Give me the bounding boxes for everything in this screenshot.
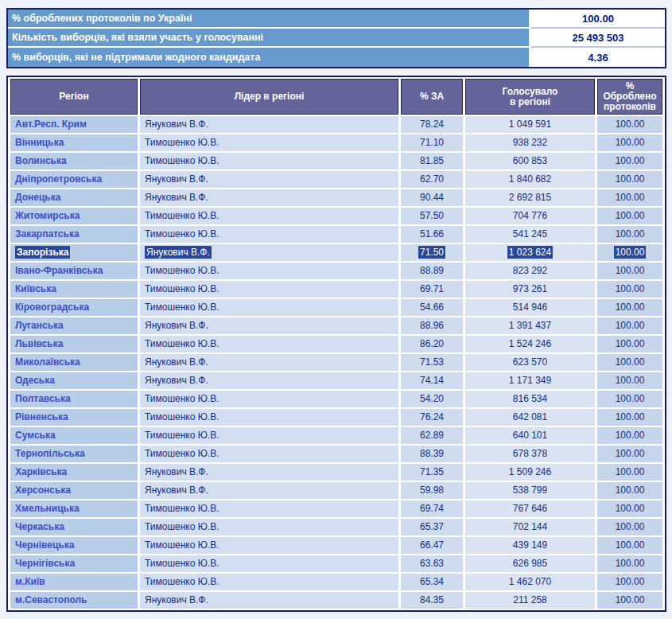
table-row[interactable]: ХерсонськаЯнукович В.Ф.59.98538 799100.0… <box>10 482 662 499</box>
table-row[interactable]: ЛуганськаЯнукович В.Ф.88.961 391 437100.… <box>10 317 662 334</box>
pct-za-cell: 71.50 <box>401 244 463 261</box>
leader-cell: Янукович В.Ф. <box>140 189 398 206</box>
votes-cell: 973 261 <box>465 281 595 298</box>
processed-cell: 100.00 <box>597 116 662 133</box>
votes-cell: 767 646 <box>465 500 595 517</box>
processed-cell: 100.00 <box>597 263 662 279</box>
selected-text: 71.50 <box>418 246 445 259</box>
votes-cell: 1 840 682 <box>465 171 595 188</box>
votes-cell: 938 232 <box>465 134 595 151</box>
processed-cell: 100.00 <box>597 244 662 261</box>
leader-cell: Тимошенко Ю.В. <box>140 427 398 444</box>
votes-cell: 439 149 <box>465 537 595 554</box>
votes-cell: 702 144 <box>465 519 595 535</box>
region-cell: Донецька <box>10 189 138 206</box>
leader-cell: Тимошенко Ю.В. <box>140 281 398 298</box>
region-cell: Кіровоградська <box>10 299 138 316</box>
leader-cell: Тимошенко Ю.В. <box>140 263 398 279</box>
table-row[interactable]: МиколаївськаЯнукович В.Ф.71.53623 570100… <box>10 354 662 371</box>
region-cell: Закарпатська <box>10 226 138 243</box>
votes-cell: 1 049 591 <box>465 116 595 133</box>
leader-cell: Янукович В.Ф. <box>140 354 398 371</box>
processed-cell: 100.00 <box>597 208 662 224</box>
pct-za-cell: 54.66 <box>401 299 463 316</box>
table-row[interactable]: ЧернігівськаТимошенко Ю.В.63.63626 98510… <box>10 555 662 572</box>
pct-za-cell: 81.85 <box>401 153 463 169</box>
table-row[interactable]: ВолинськаТимошенко Ю.В.81.85600 853100.0… <box>10 153 662 169</box>
table-row[interactable]: ЧернівецькаТимошенко Ю.В.66.47439 149100… <box>10 537 662 554</box>
region-cell: Волинська <box>10 153 138 169</box>
pct-za-cell: 69.74 <box>401 500 463 517</box>
votes-cell: 1 171 349 <box>465 372 595 389</box>
table-row[interactable]: ДніпропетровськаЯнукович В.Ф.62.701 840 … <box>10 171 662 188</box>
header-region: Регіон <box>10 79 138 115</box>
votes-cell: 514 946 <box>465 299 595 316</box>
summary-value: 25 493 503 <box>531 29 665 48</box>
header-pct-za: % ЗА <box>401 79 463 115</box>
pct-za-cell: 65.34 <box>401 574 463 590</box>
region-cell: Одеська <box>10 372 138 389</box>
table-row[interactable]: Авт.Респ. КримЯнукович В.Ф.78.241 049 59… <box>10 116 662 133</box>
region-cell: Хмельницька <box>10 500 138 517</box>
region-cell: Полтавська <box>10 391 138 407</box>
processed-cell: 100.00 <box>597 372 662 389</box>
leader-cell: Янукович В.Ф. <box>140 592 398 609</box>
summary-row-voters-participated: Кількість виборців, які взяли участь у г… <box>8 29 665 48</box>
leader-cell: Тимошенко Ю.В. <box>140 555 398 572</box>
table-row[interactable]: м.КиївТимошенко Ю.В.65.341 462 070100.00 <box>10 574 662 590</box>
processed-cell: 100.00 <box>597 427 662 444</box>
table-row[interactable]: КіровоградськаТимошенко Ю.В.54.66514 946… <box>10 299 662 316</box>
leader-cell: Тимошенко Ю.В. <box>140 500 398 517</box>
table-row[interactable]: РівненськаТимошенко Ю.В.76.24642 081100.… <box>10 409 662 426</box>
processed-cell: 100.00 <box>597 226 662 243</box>
processed-cell: 100.00 <box>597 153 662 169</box>
leader-cell: Тимошенко Ю.В. <box>140 299 398 316</box>
pct-za-cell: 69.71 <box>401 281 463 298</box>
table-row[interactable]: м.СевастопольЯнукович В.Ф.84.35211 25810… <box>10 592 662 609</box>
table-row[interactable]: ОдеськаЯнукович В.Ф.74.141 171 349100.00 <box>10 372 662 389</box>
pct-za-cell: 71.53 <box>401 354 463 371</box>
table-row[interactable]: КиївськаТимошенко Ю.В.69.71973 261100.00 <box>10 281 662 298</box>
pct-za-cell: 88.39 <box>401 446 463 462</box>
region-cell: Рівненська <box>10 409 138 426</box>
table-row[interactable]: ЗакарпатськаТимошенко Ю.В.51.66541 24510… <box>10 226 662 243</box>
processed-cell: 100.00 <box>597 299 662 316</box>
votes-cell: 1 509 246 <box>465 464 595 481</box>
selected-text: 100.00 <box>614 246 647 259</box>
pct-za-cell: 71.10 <box>401 134 463 151</box>
table-row[interactable]: ДонецькаЯнукович В.Ф.90.442 692 815100.0… <box>10 189 662 206</box>
leader-cell: Янукович В.Ф. <box>140 244 398 261</box>
processed-cell: 100.00 <box>597 555 662 572</box>
table-row[interactable]: ЗапорізькаЯнукович В.Ф.71.501 023 624100… <box>10 244 662 261</box>
summary-label: % виборців, які не підтримали жодного ка… <box>8 48 531 67</box>
table-row[interactable]: ТернопільськаТимошенко Ю.В.88.39678 3781… <box>10 446 662 462</box>
table-row[interactable]: ЧеркаськаТимошенко Ю.В.65.37702 144100.0… <box>10 519 662 535</box>
pct-za-cell: 78.24 <box>401 116 463 133</box>
table-row[interactable]: ВінницькаТимошенко Ю.В.71.10938 232100.0… <box>10 134 662 151</box>
table-row[interactable]: ПолтавськаТимошенко Ю.В.54.20816 534100.… <box>10 391 662 407</box>
votes-cell: 1 391 437 <box>465 317 595 334</box>
region-cell: Харківська <box>10 464 138 481</box>
table-row[interactable]: ЛьвівськаТимошенко Ю.В.86.201 524 246100… <box>10 336 662 352</box>
processed-cell: 100.00 <box>597 446 662 462</box>
votes-cell: 704 776 <box>465 208 595 224</box>
processed-cell: 100.00 <box>597 354 662 371</box>
processed-cell: 100.00 <box>597 391 662 407</box>
pct-za-cell: 84.35 <box>401 592 463 609</box>
pct-za-cell: 86.20 <box>401 336 463 352</box>
header-leader: Лідер в регіоні <box>140 79 398 115</box>
table-row[interactable]: ХмельницькаТимошенко Ю.В.69.74767 646100… <box>10 500 662 517</box>
leader-cell: Тимошенко Ю.В. <box>140 208 398 224</box>
votes-cell: 642 081 <box>465 409 595 426</box>
pct-za-cell: 62.89 <box>401 427 463 444</box>
table-row[interactable]: СумськаТимошенко Ю.В.62.89640 101100.00 <box>10 427 662 444</box>
processed-cell: 100.00 <box>597 482 662 499</box>
processed-cell: 100.00 <box>597 317 662 334</box>
processed-cell: 100.00 <box>597 592 662 609</box>
header-voted: Голосувало в регіоні <box>465 79 595 115</box>
table-row[interactable]: ЖитомирськаТимошенко Ю.В.57.50704 776100… <box>10 208 662 224</box>
table-row[interactable]: Івано-ФранківськаТимошенко Ю.В.88.89823 … <box>10 263 662 279</box>
table-row[interactable]: ХарківськаЯнукович В.Ф.71.351 509 246100… <box>10 464 662 481</box>
pct-za-cell: 65.37 <box>401 519 463 535</box>
region-cell: Луганська <box>10 317 138 334</box>
